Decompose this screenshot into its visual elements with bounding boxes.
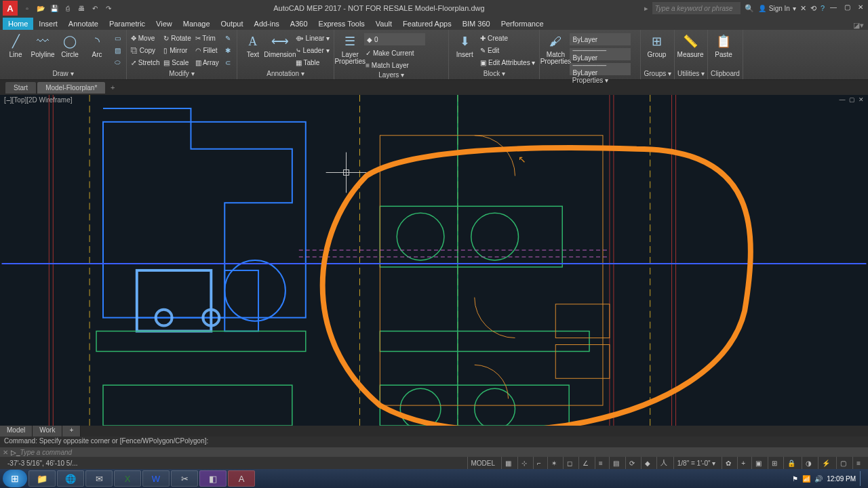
text-button[interactable]: AText	[240, 31, 266, 58]
polar-icon[interactable]: ✶	[547, 457, 560, 469]
match-layer-button[interactable]: ≡ Match Layer	[364, 60, 446, 70]
tab-performance[interactable]: Performance	[496, 18, 549, 30]
tab-view[interactable]: View	[151, 18, 178, 30]
ribbon-collapse-icon[interactable]: ◪▾	[853, 21, 864, 30]
file-tab-add[interactable]: +	[106, 81, 119, 94]
create-block-button[interactable]: ✚ Create	[479, 33, 536, 43]
make-current-button[interactable]: ✓ Make Current	[364, 47, 446, 58]
leader-button[interactable]: ⤷ Leader ▾	[294, 45, 331, 56]
taskbar-ie[interactable]: 🌐	[57, 470, 84, 487]
tray-clock[interactable]: 12:09 PM	[827, 475, 856, 483]
taskbar-snip[interactable]: ✂	[171, 470, 198, 487]
app-icon[interactable]: A	[3, 1, 18, 16]
close-button[interactable]: ✕	[856, 3, 865, 13]
dyn-ucs-icon[interactable]: 人	[656, 457, 671, 469]
tab-express[interactable]: Express Tools	[313, 18, 370, 30]
measure-button[interactable]: 📏Measure	[677, 31, 703, 58]
qat-open-icon[interactable]: 📂	[35, 3, 46, 14]
view-label[interactable]: [‒][Top][2D Wireframe]	[4, 96, 72, 104]
circle-button[interactable]: ◯Circle	[57, 31, 83, 58]
taskbar-outlook[interactable]: ✉	[85, 470, 113, 487]
trim-button[interactable]: ✂ Trim	[194, 33, 220, 43]
3dosnap-icon[interactable]: ◆	[641, 457, 654, 469]
insert-button[interactable]: ⬇Insert	[452, 31, 477, 58]
qat-saveas-icon[interactable]: ⎙	[62, 3, 73, 14]
tray-flag-icon[interactable]: ⚑	[792, 475, 798, 483]
help-icon[interactable]: ?	[821, 4, 825, 12]
show-desktop[interactable]	[860, 471, 865, 486]
copy-button[interactable]: ⿻ Copy	[130, 45, 161, 56]
offset-button[interactable]: ⊂	[222, 57, 234, 68]
quick-props-icon[interactable]: ⊞	[768, 457, 781, 469]
signin-button[interactable]: 👤Sign In▾	[758, 5, 796, 12]
panel-title-properties[interactable]: Properties ▾	[542, 76, 637, 85]
lineweight-icon[interactable]: ≡	[595, 457, 606, 469]
erase-button[interactable]: ✎	[222, 33, 234, 43]
taskbar-explorer[interactable]: 📁	[28, 470, 56, 487]
panel-title-utilities[interactable]: Utilities ▾	[677, 69, 705, 78]
tab-vault[interactable]: Vault	[370, 18, 397, 30]
move-button[interactable]: ✥ Move	[130, 33, 161, 43]
layout-tab-work[interactable]: Work	[33, 426, 62, 436]
infocenter-chevron-icon[interactable]: ▸	[644, 4, 648, 13]
units-icon[interactable]: ▣	[751, 457, 765, 469]
taskbar-excel[interactable]: X	[114, 470, 141, 487]
workspace-icon[interactable]: ✿	[722, 457, 734, 469]
rotate-button[interactable]: ↻ Rotate	[162, 33, 192, 43]
annotation-scale[interactable]: 1/8" = 1'-0" ▾	[673, 457, 719, 469]
color-selector[interactable]: ByLayer	[570, 33, 631, 45]
minimize-button[interactable]: —	[829, 3, 838, 13]
fillet-button[interactable]: ◠ Fillet	[194, 45, 220, 56]
vp-min-icon[interactable]: —	[838, 96, 846, 104]
tab-insert[interactable]: Insert	[33, 18, 63, 30]
command-input[interactable]: ✕ ▷_ Type a command	[0, 447, 868, 457]
group-button[interactable]: ⊞Group	[644, 31, 669, 58]
search-icon[interactable]: 🔍	[745, 4, 754, 13]
tray-network-icon[interactable]: 📶	[802, 475, 810, 483]
model-space-button[interactable]: MODEL	[467, 457, 499, 469]
scale-button[interactable]: ▤ Scale	[162, 57, 192, 68]
snap-icon[interactable]: ⊹	[517, 457, 530, 469]
polyline-button[interactable]: 〰Polyline	[30, 31, 56, 58]
panel-title-groups[interactable]: Groups ▾	[644, 69, 671, 78]
lineweight-selector[interactable]: ─────── ByLayer	[570, 48, 631, 60]
taskbar-autocad[interactable]: A	[228, 470, 255, 487]
ortho-icon[interactable]: ⌐	[533, 457, 545, 469]
tray-volume-icon[interactable]: 🔊	[814, 475, 823, 483]
mirror-button[interactable]: ▯ Mirror	[162, 45, 192, 56]
isolate-icon[interactable]: ◑	[802, 457, 815, 469]
qat-plot-icon[interactable]: 🖶	[76, 3, 87, 14]
drawing-area[interactable]: [‒][Top][2D Wireframe] — ▢ ✕	[0, 95, 868, 426]
maximize-button[interactable]: ▢	[842, 3, 852, 13]
hatch-button[interactable]: ▨	[111, 45, 123, 56]
ellipse-button[interactable]: ⬭	[111, 57, 123, 68]
lock-ui-icon[interactable]: 🔒	[783, 457, 799, 469]
taskbar-word[interactable]: W	[142, 470, 170, 487]
linear-button[interactable]: ⟴ Linear ▾	[294, 33, 331, 43]
arc-button[interactable]: ◝Arc	[84, 31, 110, 58]
rectangle-button[interactable]: ▭	[111, 33, 123, 43]
annotation-monitor-icon[interactable]: +	[737, 457, 749, 469]
panel-title-clipboard[interactable]: Clipboard	[711, 69, 740, 78]
panel-title-layers[interactable]: Layers ▾	[337, 70, 446, 79]
paste-button[interactable]: 📋Paste	[711, 31, 736, 58]
tab-parametric[interactable]: Parametric	[104, 18, 151, 30]
clean-screen-icon[interactable]: ▢	[836, 457, 850, 469]
stretch-button[interactable]: ⤢ Stretch	[130, 57, 161, 68]
edit-attrs-button[interactable]: ▣ Edit Attributes ▾	[479, 57, 536, 68]
array-button[interactable]: ▥ Array	[194, 57, 220, 68]
qat-redo-icon[interactable]: ↷	[103, 3, 114, 14]
tab-a360[interactable]: A360	[285, 18, 313, 30]
customize-icon[interactable]: ≡	[852, 457, 864, 469]
close-cmd-icon[interactable]: ✕	[3, 449, 8, 456]
linetype-selector[interactable]: ─────── ByLayer	[570, 63, 631, 75]
match-properties-button[interactable]: 🖌Match Properties	[542, 31, 568, 65]
line-button[interactable]: ╱Line	[3, 31, 28, 58]
a360-icon[interactable]: ⟲	[810, 4, 816, 13]
transparency-icon[interactable]: ▤	[609, 457, 623, 469]
explode-button[interactable]: ✱	[222, 45, 234, 56]
vp-close-icon[interactable]: ✕	[857, 96, 865, 104]
layout-tab-add[interactable]: +	[62, 426, 81, 436]
tab-output[interactable]: Output	[216, 18, 249, 30]
layer-selector[interactable]: ◆ 0	[364, 33, 425, 45]
